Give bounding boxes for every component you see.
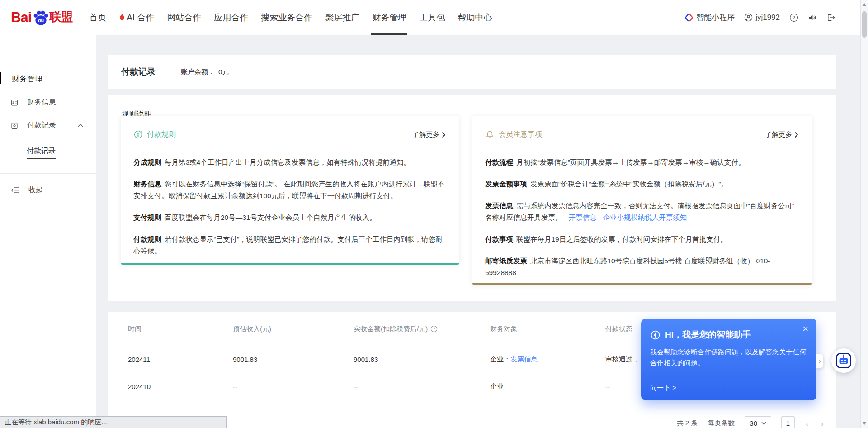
- rule-item: 发票金额事项发票票面“价税合计”金额=系统中“实收金额（扣除税费后/元）”。: [485, 178, 798, 190]
- sidebar-section-finance[interactable]: 财务管理: [0, 74, 96, 84]
- member-notes-more-link[interactable]: 了解更多: [765, 130, 798, 139]
- invoice-info-link[interactable]: 开票信息: [569, 214, 597, 221]
- page-header-card: 付款记录 账户余额：0元: [108, 55, 836, 89]
- small-taxpayer-notice-link[interactable]: 企业小规模纳税人开票须知: [603, 214, 687, 221]
- rule-label: 付款规则: [133, 235, 161, 243]
- browser-status-bar: 正在等待 xlab.baidu.com 的响应...: [0, 416, 227, 428]
- account-balance: 账户余额：0元: [181, 68, 229, 76]
- member-notes-card: 会员注意事项 了解更多 付款流程月初按“发票信息”页面开具发票→上传发票→邮寄发…: [472, 116, 812, 285]
- nav-item-help-center[interactable]: 帮助中心: [451, 0, 498, 35]
- flame-icon: [119, 14, 125, 22]
- baidu-union-logo[interactable]: Bai du 联盟: [0, 9, 73, 26]
- user-icon: [744, 13, 753, 22]
- rule-label: 发票金额事项: [485, 180, 527, 188]
- svg-text:?: ?: [433, 327, 435, 331]
- rule-item: 付款事项联盟在每月19日之后签收的发票，付款时间安排在下个月首批支付。: [485, 233, 798, 245]
- top-nav-bar: Bai du 联盟 首页 AI 合作 网站合作 应用合作 搜索业务合作 聚屏推广…: [0, 0, 860, 35]
- more-label: 了解更多: [765, 130, 792, 139]
- nav-label: 帮助中心: [458, 12, 492, 24]
- nav-item-toolkit[interactable]: 工具包: [413, 0, 451, 35]
- scrollbar[interactable]: [860, 0, 868, 428]
- question-circle-icon[interactable]: ?: [430, 325, 438, 333]
- rule-item: 财务信息您可以在财务信息中选择“保留付款”。 在此期间您产生的收入将在账户内进行…: [133, 178, 446, 202]
- rule-text: 北京市海淀区西北旺东路10号院百度科技园5号楼 百度联盟财务组（收） 010-5…: [485, 257, 770, 276]
- rule-label: 付款事项: [485, 235, 513, 243]
- assistant-header: Hi，我是您的智能助手: [641, 319, 816, 341]
- logo-text-lianmeng: 联盟: [49, 9, 73, 26]
- cell-time: 202410: [128, 383, 233, 390]
- rule-text: 发票票面“价税合计”金额=系统中“实收金额（扣除税费后/元）”。: [530, 180, 728, 188]
- nav-item-ai[interactable]: AI 合作: [113, 0, 160, 35]
- col-header-actual: 实收金额(扣除税费后/元) ?: [354, 325, 490, 333]
- cell-actual: --: [354, 383, 490, 390]
- sound-icon[interactable]: [808, 13, 817, 22]
- robot-icon: [835, 352, 852, 369]
- close-icon[interactable]: ×: [802, 324, 808, 334]
- sidebar-subitem-payment-record[interactable]: 付款记录: [0, 147, 96, 156]
- rule-item: 邮寄纸质发票北京市海淀区西北旺东路10号院百度科技园5号楼 百度联盟财务组（收）…: [485, 255, 798, 279]
- entity-label: 企业：: [490, 355, 510, 363]
- page-size-label: 每页条数: [708, 419, 735, 428]
- member-notes-title: 会员注意事项: [499, 130, 542, 139]
- rule-item: 付款规则若付款状态显示“已支付”，说明联盟已安排了您的付款。支付后三个工作日内到…: [133, 233, 446, 257]
- chevron-down-icon: [761, 422, 766, 425]
- rule-label: 邮寄纸质发票: [485, 257, 527, 265]
- logout-icon[interactable]: [826, 13, 835, 22]
- page-number-button[interactable]: 1: [781, 416, 795, 428]
- nav-label: 首页: [89, 12, 106, 24]
- pagination-next-icon[interactable]: ›: [820, 418, 825, 428]
- nav-label: 工具包: [419, 12, 445, 24]
- balance-value: 0元: [218, 68, 229, 76]
- nav-label: AI 合作: [127, 12, 154, 24]
- scrollbar-up-arrow-icon[interactable]: [863, 3, 866, 6]
- nav-item-app[interactable]: 应用合作: [208, 0, 255, 35]
- nav-item-home[interactable]: 首页: [83, 0, 113, 35]
- col-header-actual-label: 实收金额(扣除税费后/元): [354, 325, 428, 333]
- user-account[interactable]: jyj1992: [744, 13, 780, 22]
- rule-text: 联盟在每月19日之后签收的发票，付款时间安排在下个月首批支付。: [516, 235, 727, 243]
- rule-label: 财务信息: [133, 180, 161, 188]
- rule-label: 付款流程: [485, 158, 513, 166]
- collapse-icon: [11, 186, 19, 194]
- rule-text: 您可以在财务信息中选择“保留付款”。 在此期间您产生的收入将在账户内进行累计，联…: [133, 180, 444, 200]
- payment-rules-title: 付款规则: [147, 130, 176, 139]
- col-header-entity: 财务对象: [490, 325, 605, 333]
- rule-item: 支付规则百度联盟会在每月20号—31号支付企业会员上个自然月产生的收入。: [133, 212, 446, 224]
- mini-program-icon: [684, 13, 693, 22]
- payment-rules-more-link[interactable]: 了解更多: [412, 130, 446, 139]
- assistant-ask-link[interactable]: 问一下 >: [650, 384, 676, 392]
- invoice-info-link[interactable]: 发票信息: [510, 355, 538, 363]
- main-nav: 首页 AI 合作 网站合作 应用合作 搜索业务合作 聚屏推广 财务管理 工具包 …: [83, 0, 498, 35]
- nav-item-finance[interactable]: 财务管理: [366, 0, 413, 35]
- pagination: 共 2 条 每页条数 30 1 ‹ ›: [677, 414, 825, 428]
- sidebar-item-payment-record[interactable]: 付款记录: [0, 121, 96, 130]
- rule-text: 月初按“发票信息”页面开具发票→上传发票→邮寄发票→审核→确认支付。: [516, 158, 745, 166]
- cell-time: 202411: [128, 356, 233, 363]
- payment-record-icon: [10, 122, 19, 130]
- nav-item-website[interactable]: 网站合作: [160, 0, 208, 35]
- assistant-collapse-tab[interactable]: ›: [816, 354, 823, 368]
- pagination-prev-icon[interactable]: ‹: [805, 418, 810, 428]
- cell-estimated: --: [233, 383, 354, 390]
- sidebar: 财务管理 财务信息 付款记录 付款记录: [0, 35, 96, 428]
- mini-program-link[interactable]: 智能小程序: [684, 12, 735, 23]
- help-icon[interactable]: ?: [789, 13, 798, 22]
- mini-program-label: 智能小程序: [696, 12, 735, 23]
- cell-entity: 企业: [490, 382, 605, 391]
- rule-label: 支付规则: [133, 214, 161, 221]
- nav-item-search-business[interactable]: 搜索业务合作: [255, 0, 319, 35]
- scrollbar-down-arrow-icon[interactable]: [863, 422, 866, 425]
- payment-rules-card: 付款规则 了解更多 分成规则每月第3或4个工作日产出上月分成信息及发票信息，如有…: [121, 116, 459, 265]
- rule-text: 每月第3或4个工作日产出上月分成信息及发票信息，如有特殊情况将提前通知。: [165, 158, 410, 166]
- nav-label: 搜索业务合作: [261, 12, 312, 24]
- scrollbar-thumb[interactable]: [862, 11, 867, 38]
- page-size-select[interactable]: 30: [745, 416, 771, 428]
- page-title: 付款记录: [121, 66, 156, 78]
- sidebar-collapse-button[interactable]: 收起: [0, 185, 96, 195]
- assistant-robot-button[interactable]: [831, 348, 856, 373]
- sidebar-item-finance-info[interactable]: 财务信息: [0, 98, 96, 107]
- rule-label: 发票信息: [485, 202, 513, 209]
- total-count-label: 共 2 条: [677, 419, 698, 428]
- nav-item-screen-promo[interactable]: 聚屏推广: [319, 0, 366, 35]
- username-label: jyj1992: [755, 13, 780, 22]
